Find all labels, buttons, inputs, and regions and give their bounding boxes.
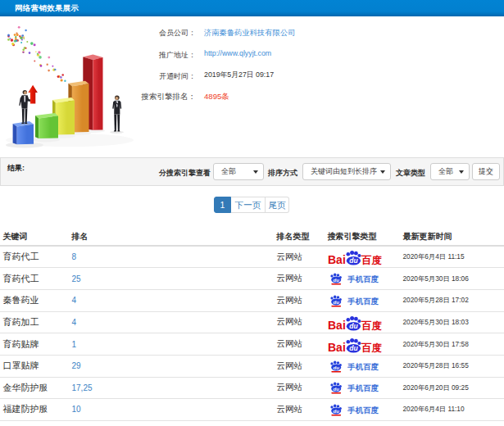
svg-text:du: du (333, 387, 339, 392)
svg-text:手机百度: 手机百度 (347, 361, 379, 370)
svg-text:du: du (333, 300, 339, 305)
svg-text:Bai: Bai (328, 319, 346, 331)
svg-text:du: du (333, 409, 339, 414)
svg-text:百度: 百度 (361, 320, 383, 331)
svg-text:手机百度: 手机百度 (347, 274, 379, 283)
svg-text:百度: 百度 (361, 342, 383, 353)
svg-text:手机百度: 手机百度 (347, 405, 379, 414)
svg-text:du: du (349, 322, 358, 330)
svg-text:百度: 百度 (361, 255, 383, 265)
svg-text:du: du (333, 365, 339, 370)
svg-text:du: du (333, 278, 339, 283)
svg-text:du: du (349, 257, 358, 265)
svg-text:手机百度: 手机百度 (347, 296, 379, 305)
svg-text:Bai: Bai (328, 253, 346, 265)
svg-text:Bai: Bai (328, 341, 346, 353)
svg-text:du: du (349, 344, 358, 352)
svg-text:手机百度: 手机百度 (347, 383, 379, 392)
